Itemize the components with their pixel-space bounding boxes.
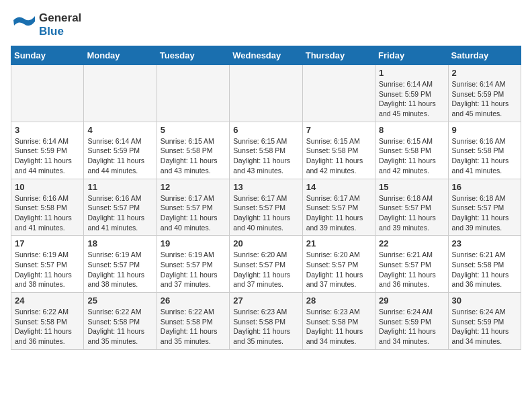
day-number: 20	[233, 238, 298, 248]
day-info: Sunrise: 6:21 AM Sunset: 5:58 PM Dayligh…	[452, 250, 517, 289]
day-number: 5	[161, 125, 226, 135]
header-tuesday: Tuesday	[157, 46, 229, 65]
logo-general: General	[39, 11, 81, 25]
day-number: 1	[379, 68, 444, 78]
day-info: Sunrise: 6:16 AM Sunset: 5:58 PM Dayligh…	[452, 136, 517, 176]
week-row-4: 17Sunrise: 6:19 AM Sunset: 5:57 PM Dayli…	[11, 236, 521, 293]
day-number: 25	[87, 295, 152, 306]
day-info: Sunrise: 6:19 AM Sunset: 5:57 PM Dayligh…	[161, 250, 226, 289]
logo: GeneralBlue	[11, 11, 81, 39]
day-number: 27	[233, 295, 298, 306]
day-cell: 22Sunrise: 6:21 AM Sunset: 5:57 PM Dayli…	[375, 236, 448, 293]
day-info: Sunrise: 6:19 AM Sunset: 5:57 PM Dayligh…	[87, 250, 152, 289]
day-cell: 13Sunrise: 6:17 AM Sunset: 5:57 PM Dayli…	[230, 179, 302, 236]
calendar-header: SundayMondayTuesdayWednesdayThursdayFrid…	[11, 46, 521, 65]
day-info: Sunrise: 6:23 AM Sunset: 5:58 PM Dayligh…	[233, 307, 298, 347]
day-cell: 16Sunrise: 6:18 AM Sunset: 5:57 PM Dayli…	[448, 179, 521, 236]
day-number: 13	[233, 182, 298, 192]
day-info: Sunrise: 6:16 AM Sunset: 5:57 PM Dayligh…	[87, 193, 152, 233]
day-info: Sunrise: 6:15 AM Sunset: 5:58 PM Dayligh…	[306, 136, 371, 176]
day-info: Sunrise: 6:18 AM Sunset: 5:57 PM Dayligh…	[452, 193, 517, 233]
week-row-1: 1Sunrise: 6:14 AM Sunset: 5:59 PM Daylig…	[11, 65, 521, 122]
day-number: 6	[233, 125, 298, 135]
day-number: 19	[161, 238, 226, 248]
header-row: SundayMondayTuesdayWednesdayThursdayFrid…	[11, 46, 521, 65]
day-cell: 2Sunrise: 6:14 AM Sunset: 5:59 PM Daylig…	[448, 65, 521, 122]
day-cell: 3Sunrise: 6:14 AM Sunset: 5:59 PM Daylig…	[11, 122, 84, 179]
day-number: 29	[379, 295, 444, 306]
day-info: Sunrise: 6:17 AM Sunset: 5:57 PM Dayligh…	[306, 193, 371, 233]
day-info: Sunrise: 6:19 AM Sunset: 5:57 PM Dayligh…	[15, 250, 80, 289]
day-cell: 1Sunrise: 6:14 AM Sunset: 5:59 PM Daylig…	[375, 65, 448, 122]
day-cell: 9Sunrise: 6:16 AM Sunset: 5:58 PM Daylig…	[448, 122, 521, 179]
day-number: 15	[379, 182, 444, 192]
day-info: Sunrise: 6:24 AM Sunset: 5:59 PM Dayligh…	[379, 307, 444, 347]
day-info: Sunrise: 6:17 AM Sunset: 5:57 PM Dayligh…	[161, 193, 226, 233]
day-cell: 26Sunrise: 6:22 AM Sunset: 5:58 PM Dayli…	[157, 293, 229, 350]
day-number: 7	[306, 125, 371, 135]
day-cell: 29Sunrise: 6:24 AM Sunset: 5:59 PM Dayli…	[375, 293, 448, 350]
week-row-5: 24Sunrise: 6:22 AM Sunset: 5:58 PM Dayli…	[11, 293, 521, 350]
day-number: 4	[87, 125, 152, 135]
header-thursday: Thursday	[302, 46, 375, 65]
day-cell: 27Sunrise: 6:23 AM Sunset: 5:58 PM Dayli…	[230, 293, 302, 350]
day-cell: 20Sunrise: 6:20 AM Sunset: 5:57 PM Dayli…	[230, 236, 302, 293]
day-cell: 24Sunrise: 6:22 AM Sunset: 5:58 PM Dayli…	[11, 293, 84, 350]
logo-blue: Blue	[39, 25, 81, 38]
day-number: 2	[452, 68, 517, 78]
day-info: Sunrise: 6:18 AM Sunset: 5:57 PM Dayligh…	[379, 193, 444, 233]
day-number: 26	[161, 295, 226, 306]
day-info: Sunrise: 6:22 AM Sunset: 5:58 PM Dayligh…	[87, 307, 152, 347]
day-cell: 25Sunrise: 6:22 AM Sunset: 5:58 PM Dayli…	[84, 293, 157, 350]
day-info: Sunrise: 6:17 AM Sunset: 5:57 PM Dayligh…	[233, 193, 298, 233]
day-cell: 19Sunrise: 6:19 AM Sunset: 5:57 PM Dayli…	[157, 236, 229, 293]
day-info: Sunrise: 6:24 AM Sunset: 5:59 PM Dayligh…	[452, 307, 517, 347]
day-cell	[11, 65, 84, 122]
day-number: 30	[452, 295, 517, 306]
day-cell: 30Sunrise: 6:24 AM Sunset: 5:59 PM Dayli…	[448, 293, 521, 350]
day-info: Sunrise: 6:15 AM Sunset: 5:58 PM Dayligh…	[161, 136, 226, 176]
day-info: Sunrise: 6:20 AM Sunset: 5:57 PM Dayligh…	[306, 250, 371, 289]
day-number: 18	[87, 238, 152, 248]
day-info: Sunrise: 6:14 AM Sunset: 5:59 PM Dayligh…	[15, 136, 80, 176]
day-cell: 17Sunrise: 6:19 AM Sunset: 5:57 PM Dayli…	[11, 236, 84, 293]
day-cell	[84, 65, 157, 122]
day-info: Sunrise: 6:22 AM Sunset: 5:58 PM Dayligh…	[15, 307, 80, 347]
header-friday: Friday	[375, 46, 448, 65]
day-cell	[302, 65, 375, 122]
day-info: Sunrise: 6:14 AM Sunset: 5:59 PM Dayligh…	[87, 136, 152, 176]
header-wednesday: Wednesday	[230, 46, 302, 65]
day-cell: 4Sunrise: 6:14 AM Sunset: 5:59 PM Daylig…	[84, 122, 157, 179]
day-number: 9	[452, 125, 517, 135]
day-info: Sunrise: 6:15 AM Sunset: 5:58 PM Dayligh…	[233, 136, 298, 176]
day-info: Sunrise: 6:23 AM Sunset: 5:58 PM Dayligh…	[306, 307, 371, 347]
day-number: 22	[379, 238, 444, 248]
header-saturday: Saturday	[448, 46, 521, 65]
day-cell: 7Sunrise: 6:15 AM Sunset: 5:58 PM Daylig…	[302, 122, 375, 179]
day-cell: 21Sunrise: 6:20 AM Sunset: 5:57 PM Dayli…	[302, 236, 375, 293]
day-number: 8	[379, 125, 444, 135]
day-number: 24	[15, 295, 80, 306]
day-cell: 15Sunrise: 6:18 AM Sunset: 5:57 PM Dayli…	[375, 179, 448, 236]
day-number: 23	[452, 238, 517, 248]
day-cell	[230, 65, 302, 122]
day-cell: 11Sunrise: 6:16 AM Sunset: 5:57 PM Dayli…	[84, 179, 157, 236]
day-cell: 8Sunrise: 6:15 AM Sunset: 5:58 PM Daylig…	[375, 122, 448, 179]
week-row-2: 3Sunrise: 6:14 AM Sunset: 5:59 PM Daylig…	[11, 122, 521, 179]
day-info: Sunrise: 6:20 AM Sunset: 5:57 PM Dayligh…	[233, 250, 298, 289]
page-header: GeneralBlue	[11, 11, 521, 39]
calendar-table: SundayMondayTuesdayWednesdayThursdayFrid…	[11, 46, 521, 350]
day-number: 17	[15, 238, 80, 248]
calendar-body: 1Sunrise: 6:14 AM Sunset: 5:59 PM Daylig…	[11, 65, 521, 350]
day-cell: 23Sunrise: 6:21 AM Sunset: 5:58 PM Dayli…	[448, 236, 521, 293]
header-monday: Monday	[84, 46, 157, 65]
day-cell: 12Sunrise: 6:17 AM Sunset: 5:57 PM Dayli…	[157, 179, 229, 236]
day-cell: 5Sunrise: 6:15 AM Sunset: 5:58 PM Daylig…	[157, 122, 229, 179]
day-number: 16	[452, 182, 517, 192]
day-info: Sunrise: 6:21 AM Sunset: 5:57 PM Dayligh…	[379, 250, 444, 289]
day-info: Sunrise: 6:14 AM Sunset: 5:59 PM Dayligh…	[452, 79, 517, 119]
day-cell	[157, 65, 229, 122]
logo-svg	[11, 11, 39, 39]
day-cell: 18Sunrise: 6:19 AM Sunset: 5:57 PM Dayli…	[84, 236, 157, 293]
day-cell: 14Sunrise: 6:17 AM Sunset: 5:57 PM Dayli…	[302, 179, 375, 236]
